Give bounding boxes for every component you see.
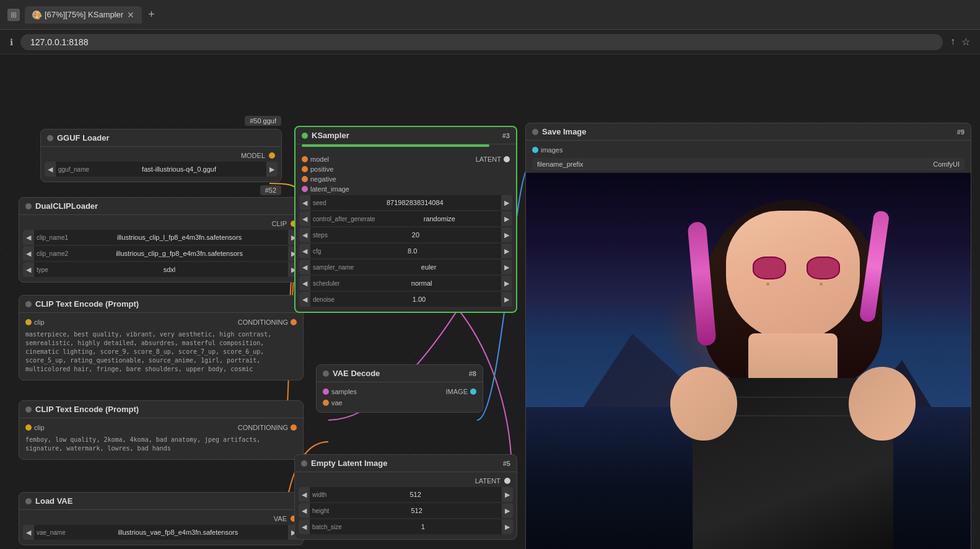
char-shoulder-left (670, 367, 737, 441)
ksampler-model-port[interactable] (302, 156, 308, 162)
vae-port-label: VAE (274, 515, 287, 522)
height-widget[interactable]: ◀ height 512 ▶ (299, 503, 513, 518)
vae-name-value: illustrious_vae_fp8_e4m3fn.safetensors (68, 529, 288, 536)
ksampler-latent-in-port[interactable] (302, 186, 308, 192)
clip-positive-node: CLIP Text Encode (Prompt) clip CONDITION… (19, 295, 304, 380)
type-prev-btn[interactable]: ◀ (23, 262, 34, 277)
clip1-prev-btn[interactable]: ◀ (23, 230, 34, 245)
active-tab[interactable]: 🎨 [67%][75%] KSampler ✕ (25, 6, 142, 24)
clip-port-label: CLIP (272, 220, 287, 227)
type-widget[interactable]: ◀ type sdxl ▶ (23, 262, 299, 277)
load-vae-title: Load VAE (35, 496, 72, 506)
character-figure (681, 193, 904, 550)
clip2-widget[interactable]: ◀ clip_name2 illustrious_clip_g_fp8_e4m3… (23, 246, 299, 261)
ksampler-title: KSampler (312, 131, 349, 140)
gguf-loader-node: GGUF Loader MODEL ◀ gguf_name fast-illus… (40, 129, 282, 182)
negative-prompt-text[interactable]: femboy, low quality, 2koma, 4koma, bad a… (19, 433, 303, 455)
canvas-area[interactable]: GGUF Loader MODEL ◀ gguf_name fast-illus… (0, 55, 980, 549)
width-value: 512 (329, 491, 502, 498)
control-next-btn[interactable]: ▶ (501, 211, 512, 226)
latent-output-port[interactable] (504, 478, 510, 484)
gguf-name-prev-btn[interactable]: ◀ (45, 162, 56, 177)
steps-widget[interactable]: ◀ steps 20 ▶ (299, 227, 512, 242)
width-widget[interactable]: ◀ width 512 ▶ (299, 487, 513, 502)
clip-positive-body: clip CONDITIONING masterpiece, best qual… (19, 313, 303, 380)
empty-latent-id: #5 (503, 460, 510, 467)
gguf-name-widget[interactable]: ◀ gguf_name fast-illustrious-q4_0.gguf ▶ (45, 162, 278, 177)
scheduler-next-btn[interactable]: ▶ (501, 276, 512, 291)
vae-name-prev-btn[interactable]: ◀ (23, 525, 34, 540)
image-output-port[interactable] (470, 389, 476, 395)
ksampler-id: #3 (502, 132, 510, 139)
width-prev-btn[interactable]: ◀ (299, 487, 310, 502)
ksampler-negative-port[interactable] (302, 176, 308, 182)
latent-out-row: LATENT (295, 476, 517, 486)
vae-decode-title: VAE Decode (333, 369, 380, 378)
ksampler-negative-label: negative (310, 175, 336, 183)
ksampler-latent-in-label: latent_image (310, 185, 349, 193)
denoise-prev-btn[interactable]: ◀ (299, 292, 310, 307)
seed-widget[interactable]: ◀ seed 871982838314084 ▶ (299, 195, 512, 210)
control-value: randomize (378, 215, 501, 222)
model-output-port[interactable] (269, 152, 275, 159)
steps-prev-btn[interactable]: ◀ (299, 227, 310, 242)
denoise-widget[interactable]: ◀ denoise 1.00 ▶ (299, 292, 512, 307)
sampler-next-btn[interactable]: ▶ (501, 260, 512, 274)
conditioning-output-port[interactable] (291, 319, 297, 325)
width-next-btn[interactable]: ▶ (502, 487, 513, 502)
vae-name-widget[interactable]: ◀ vae_name illustrious_vae_fp8_e4m3fn.sa… (23, 525, 299, 540)
info-icon[interactable]: ℹ (10, 37, 13, 47)
new-tab-button[interactable]: + (144, 8, 159, 21)
address-bar[interactable]: 127.0.0.1:8188 (20, 34, 943, 50)
ksampler-latent-out-label: LATENT (476, 156, 501, 163)
cfg-prev-btn[interactable]: ◀ (299, 244, 310, 258)
vae-decode-vae-port[interactable] (323, 400, 329, 406)
denoise-next-btn[interactable]: ▶ (501, 292, 512, 307)
seed-prev-btn[interactable]: ◀ (299, 195, 310, 210)
batch-prev-btn[interactable]: ◀ (299, 519, 310, 534)
ksampler-model-label: model (310, 156, 329, 163)
batch-widget[interactable]: ◀ batch_size 1 ▶ (299, 519, 513, 534)
save-image-input-label: images (541, 146, 562, 154)
tab-bar: 🎨 [67%][75%] KSampler ✕ + (25, 6, 973, 24)
scheduler-prev-btn[interactable]: ◀ (299, 276, 310, 291)
clip1-widget[interactable]: ◀ clip_name1 illustrious_clip_l_fp8_e4m3… (23, 230, 299, 245)
dual-clip-node: DualCLIPLoader CLIP ◀ clip_name1 illustr… (19, 197, 304, 283)
scheduler-widget[interactable]: ◀ scheduler normal ▶ (299, 276, 512, 291)
gguf-loader-body: MODEL ◀ gguf_name fast-illustrious-q4_0.… (41, 147, 281, 182)
positive-prompt-text[interactable]: masterpiece, best quality, vibrant, very… (19, 328, 303, 376)
cfg-widget[interactable]: ◀ cfg 8.0 ▶ (299, 244, 512, 258)
node-status-dot (25, 203, 32, 209)
tab-close-button[interactable]: ✕ (127, 10, 134, 20)
height-prev-btn[interactable]: ◀ (299, 503, 310, 518)
save-image-id: #9 (957, 128, 965, 136)
gguf-name-next-btn[interactable]: ▶ (266, 162, 278, 177)
vae-decode-id: #8 (469, 370, 476, 377)
bookmark-icon[interactable]: ☆ (961, 36, 970, 48)
control-prev-btn[interactable]: ◀ (299, 211, 310, 226)
conditioning-neg-output-port[interactable] (291, 424, 297, 431)
ksampler-latent-output-port[interactable] (504, 156, 510, 162)
share-icon[interactable]: ↑ (950, 36, 955, 48)
clip2-prev-btn[interactable]: ◀ (23, 246, 34, 261)
vae-decode-samples-port[interactable] (323, 389, 329, 395)
cfg-next-btn[interactable]: ▶ (501, 244, 512, 258)
sampler-prev-btn[interactable]: ◀ (299, 260, 310, 274)
address-bar-actions: ↑ ☆ (950, 36, 970, 48)
cfg-value: 8.0 (323, 247, 501, 255)
save-image-input-port[interactable] (532, 147, 538, 153)
ksampler-positive-port[interactable] (302, 166, 308, 172)
control-widget[interactable]: ◀ control_after_generate randomize ▶ (299, 211, 512, 226)
seed-next-btn[interactable]: ▶ (501, 195, 512, 210)
batch-next-btn[interactable]: ▶ (502, 519, 513, 534)
clip-neg-input-port[interactable] (25, 424, 32, 431)
clip-input-port[interactable] (25, 319, 32, 325)
sampler-value: euler (356, 263, 501, 271)
sampler-widget[interactable]: ◀ sampler_name euler ▶ (299, 260, 512, 274)
steps-next-btn[interactable]: ▶ (501, 227, 512, 242)
ksampler-positive-label: positive (310, 165, 333, 173)
latent-out-label: LATENT (475, 477, 501, 485)
height-next-btn[interactable]: ▶ (502, 503, 513, 518)
filename-widget[interactable]: filename_prefix ComfyUI (532, 158, 965, 170)
clip-negative-body: clip CONDITIONING femboy, low quality, 2… (19, 418, 303, 459)
